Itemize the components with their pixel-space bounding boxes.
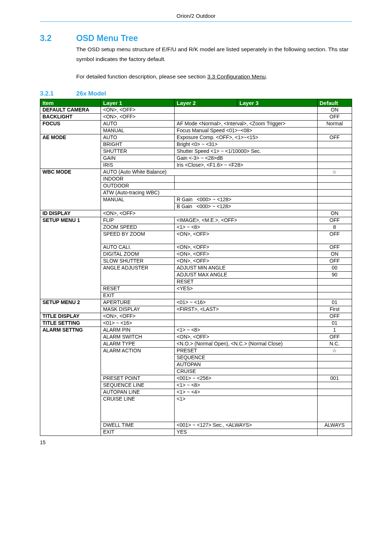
section-number: 3.2 (40, 33, 76, 43)
section-title: OSD Menu Tree (76, 33, 138, 43)
table-row: AE MODE AUTO Exposure Comp. <OFF>, <1>~<… (40, 134, 352, 141)
cell-default (317, 197, 352, 203)
cell-l2: <IMAGE>, <M.E.>, <OFF> (174, 217, 317, 224)
cell-default: ALWAYS (317, 422, 352, 429)
cell-l1: AUTOPAN LINE (101, 389, 175, 396)
cell-default: OFF (317, 258, 352, 265)
cell-l2: R Gain <000> ~ <128> (174, 197, 317, 203)
cell-l1: BRIGHT (101, 141, 175, 148)
table-row: ID DISPLAY <ON>, <OFF> ON (40, 210, 352, 217)
cell-item: FOCUS (40, 121, 101, 134)
cell-default: 90 (317, 272, 352, 279)
subsection-number: 3.2.1 (40, 90, 76, 97)
cell-default: ON (317, 107, 352, 114)
subsection-heading: 3.2.1 26x Model (40, 90, 352, 97)
table-row: DEFAULT CAMERA <ON>, <OFF> ON (40, 107, 352, 114)
cell-default (317, 183, 352, 190)
subsection-title: 26x Model (76, 90, 106, 97)
cell-default: ☆ (317, 348, 352, 355)
cell-empty (174, 107, 317, 114)
cell-l1: APERTURE (101, 299, 175, 306)
cell-l1: CRUISE LINE (101, 396, 175, 422)
cell-default: Normal (317, 121, 352, 127)
cell-default (317, 396, 352, 422)
cell-default: N.C. (317, 341, 352, 348)
cell-l2: ADJUST MIN ANGLE (174, 265, 317, 272)
intro-2-c: . (266, 73, 267, 80)
cell-default (317, 389, 352, 396)
cell-default: OFF (317, 114, 352, 121)
cell-default (317, 429, 352, 436)
cell-l2: B Gain <000> ~ <128> (174, 203, 317, 210)
cell-l1: FLIP (101, 217, 175, 224)
intro-2-a: For detailed function description, pleas… (76, 73, 207, 80)
cell-l2: <1> ~ <8> (174, 382, 317, 389)
cell-default (317, 279, 352, 285)
cell-default (317, 127, 352, 134)
cell-default: OFF (317, 217, 352, 224)
cell-l2: <1> ~ <8> (174, 224, 317, 231)
cell-l1: SPEED BY ZOOM (101, 231, 175, 244)
cell-l1: DIGITAL ZOOM (101, 251, 175, 258)
cell-l1: <ON>, <OFF> (101, 114, 175, 121)
cell-l2: <1> ~ <4> (174, 389, 317, 396)
cell-default: 01 (317, 320, 352, 327)
cell-l1: SEQUENCE LINE (101, 382, 175, 389)
table-row: SETUP MENU 1 FLIP <IMAGE>, <M.E.>, <OFF>… (40, 217, 352, 224)
cell-l1: GAIN (101, 155, 175, 162)
cell-l2: <YES> (174, 285, 317, 292)
cell-l2: Focus Manual Speed <01>~<08> (174, 127, 317, 134)
cell-item: TITLE DISPLAY (40, 313, 101, 320)
cell-l2: <N.O.> (Normal Open), <N.C.> (Normal Clo… (174, 341, 317, 348)
cell-l2: <ON>, <OFF> (174, 251, 317, 258)
cell-l2: Gain <-3> ~ <28>dB (174, 155, 317, 162)
cell-l2: Bright <0> ~ <31> (174, 141, 317, 148)
cell-default: 001 (317, 375, 352, 382)
cell-l2: <ON>, <OFF> (174, 231, 317, 244)
cell-l1: DWELL TIME (101, 422, 175, 429)
cell-l1: EXIT (101, 429, 175, 436)
cell-l2: Shutter Speed <1> ~ <1/10000> Sec. (174, 148, 317, 155)
cell-l1: IRIS (101, 162, 175, 169)
cell-default: ☆ (317, 169, 352, 176)
cell-l2: Exposure Comp. <OFF>, <1>~<15> (174, 134, 317, 141)
cell-l1: <ON>, <OFF> (101, 313, 175, 320)
cell-empty (174, 176, 317, 183)
cell-l2: <1> ~ <8> (174, 327, 317, 334)
cell-l1: <ON>, <OFF> (101, 107, 175, 114)
page-number: 15 (40, 439, 352, 445)
cell-l2: <1> (174, 396, 317, 422)
cell-default: OFF (317, 244, 352, 251)
cell-item: SETUP MENU 2 (40, 299, 101, 313)
cell-l1: AUTO (101, 134, 175, 141)
cell-l2: ADJUST MAX ANGLE (174, 272, 317, 279)
cell-empty (174, 292, 317, 299)
cell-l1: <01> ~ <16> (101, 320, 175, 327)
menu-tree-table-real: Item Layer 1 Layer 2 Layer 3 Default DEF… (40, 99, 352, 436)
cell-l1: ALARM ACTION (101, 348, 175, 375)
cell-l1: SLOW SHUTTER (101, 258, 175, 265)
cell-item: AE MODE (40, 134, 101, 169)
cell-item: ID DISPLAY (40, 210, 101, 217)
config-menu-link[interactable]: 3.3 Configuration Menu (207, 73, 266, 80)
cell-l2: SEQUENCE (174, 355, 317, 361)
th-item: Item (40, 99, 101, 107)
cell-default (317, 141, 352, 148)
cell-default (317, 382, 352, 389)
cell-l1: INDOOR (101, 176, 175, 183)
cell-item: TITLE SETTING (40, 320, 101, 327)
cell-default (317, 368, 352, 375)
cell-default (317, 176, 352, 183)
table-row: WBC MODE AUTO (Auto White Balance) ☆ (40, 169, 352, 176)
cell-default (317, 162, 352, 169)
cell-l1: ATW (Auto-tracing WBC) (101, 190, 318, 197)
cell-default (317, 292, 352, 299)
table-row: FOCUS AUTO AF Mode <Normal>, <Interval>,… (40, 121, 352, 127)
cell-l2: PRESET (174, 348, 317, 355)
cell-default (317, 148, 352, 155)
intro-paragraph-2: For detailed function description, pleas… (76, 72, 352, 81)
cell-default: 1 (317, 327, 352, 334)
cell-l2: <ON>, <OFF> (174, 244, 317, 251)
cell-l1: SHUTTER (101, 148, 175, 155)
cell-l2: Iris <Close>, <F1.6> ~ <F28> (174, 162, 317, 169)
